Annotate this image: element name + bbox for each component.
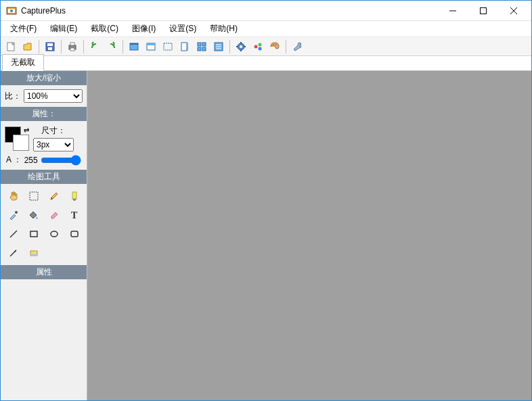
svg-line-44 bbox=[10, 231, 17, 237]
svg-rect-4 bbox=[480, 7, 486, 14]
select-tool[interactable] bbox=[25, 188, 43, 204]
app-window: CapturePlus 文件(F) 编辑(E) 截取(C) 图像(I) 设置(S… bbox=[0, 0, 532, 401]
svg-point-42 bbox=[15, 211, 18, 214]
sidebar: 放大/缩小 比： 100% 属性： ⇄ 尺寸： 3px bbox=[1, 71, 87, 400]
svg-point-2 bbox=[10, 9, 13, 12]
maximize-button[interactable] bbox=[468, 1, 498, 20]
palette-button[interactable] bbox=[267, 39, 282, 54]
svg-rect-22 bbox=[202, 43, 206, 46]
zoom-select[interactable]: 100% bbox=[24, 89, 83, 103]
separator bbox=[286, 40, 286, 53]
separator bbox=[61, 40, 62, 53]
menu-help[interactable]: 帮助(H) bbox=[203, 21, 244, 37]
svg-rect-41 bbox=[72, 192, 76, 199]
svg-rect-18 bbox=[164, 43, 172, 50]
capture-fullscreen-button[interactable] bbox=[127, 39, 141, 54]
svg-point-38 bbox=[273, 44, 274, 45]
text-tool[interactable]: T bbox=[66, 207, 83, 223]
wrench-button[interactable] bbox=[290, 39, 305, 54]
toolbar bbox=[1, 37, 531, 56]
rounded-rect-tool[interactable] bbox=[66, 226, 83, 242]
undo-button[interactable] bbox=[87, 39, 102, 54]
app-icon bbox=[6, 5, 17, 16]
separator bbox=[83, 40, 84, 53]
canvas-area[interactable] bbox=[87, 71, 531, 400]
menubar: 文件(F) 编辑(E) 截取(C) 图像(I) 设置(S) 帮助(H) bbox=[1, 21, 531, 37]
settings-button[interactable] bbox=[234, 39, 248, 54]
open-button[interactable] bbox=[20, 39, 35, 54]
zoom-header: 放大/缩小 bbox=[1, 71, 87, 85]
svg-rect-45 bbox=[30, 231, 37, 237]
eraser-tool[interactable] bbox=[45, 207, 63, 223]
zoom-label: 比： bbox=[5, 91, 21, 102]
new-button[interactable] bbox=[3, 39, 18, 54]
drawtools-header: 绘图工具 bbox=[1, 170, 87, 184]
tool-grid: T bbox=[1, 184, 87, 265]
window-title: CapturePlus bbox=[21, 6, 437, 16]
svg-text:T: T bbox=[71, 210, 78, 220]
ellipse-tool[interactable] bbox=[45, 226, 63, 242]
capture-menu-button[interactable] bbox=[211, 39, 226, 54]
svg-rect-19 bbox=[181, 43, 187, 51]
fill-tool[interactable] bbox=[25, 207, 43, 223]
size-label: 尺寸： bbox=[41, 125, 66, 137]
svg-rect-17 bbox=[147, 43, 155, 45]
svg-rect-15 bbox=[130, 43, 138, 45]
minimize-button[interactable] bbox=[437, 1, 468, 20]
alpha-label: A ： bbox=[6, 154, 22, 166]
titlebar: CapturePlus bbox=[1, 1, 531, 21]
svg-rect-40 bbox=[30, 192, 38, 200]
tabbar: 无截取 bbox=[1, 56, 531, 71]
eyedropper-tool[interactable] bbox=[5, 207, 22, 223]
menu-image[interactable]: 图像(I) bbox=[125, 21, 162, 37]
alpha-slider[interactable] bbox=[41, 155, 81, 166]
properties2-header: 属性 bbox=[1, 265, 87, 279]
svg-point-30 bbox=[240, 45, 242, 48]
share-button[interactable] bbox=[250, 39, 265, 54]
menu-edit[interactable]: 编辑(E) bbox=[43, 21, 84, 37]
svg-point-36 bbox=[259, 43, 262, 46]
svg-rect-13 bbox=[70, 48, 74, 51]
menu-capture[interactable]: 截取(C) bbox=[84, 21, 125, 37]
svg-rect-20 bbox=[187, 43, 188, 51]
separator bbox=[229, 40, 230, 53]
save-button[interactable] bbox=[43, 39, 58, 54]
svg-rect-50 bbox=[30, 254, 37, 256]
swap-colors-icon[interactable]: ⇄ bbox=[24, 126, 29, 134]
svg-rect-10 bbox=[48, 47, 52, 50]
tab-no-capture[interactable]: 无截取 bbox=[2, 54, 44, 71]
size-select[interactable]: 3px bbox=[33, 138, 74, 151]
properties-header: 属性： bbox=[1, 107, 87, 121]
rectangle-tool[interactable] bbox=[25, 226, 43, 242]
svg-rect-9 bbox=[47, 43, 53, 46]
stamp-tool[interactable] bbox=[25, 245, 43, 261]
svg-rect-23 bbox=[198, 47, 201, 51]
menu-file[interactable]: 文件(F) bbox=[3, 21, 43, 37]
hand-tool[interactable] bbox=[5, 188, 22, 204]
line-tool[interactable] bbox=[5, 226, 22, 242]
capture-window-button[interactable] bbox=[143, 39, 158, 54]
highlighter-tool[interactable] bbox=[66, 188, 83, 204]
svg-rect-12 bbox=[70, 43, 74, 45]
redo-button[interactable] bbox=[104, 39, 119, 54]
workarea: 放大/缩小 比： 100% 属性： ⇄ 尺寸： 3px bbox=[1, 71, 531, 400]
print-button[interactable] bbox=[65, 39, 80, 54]
svg-point-35 bbox=[254, 45, 258, 48]
svg-rect-24 bbox=[202, 47, 206, 51]
arrow-tool[interactable] bbox=[5, 245, 22, 261]
capture-region-button[interactable] bbox=[160, 39, 175, 54]
svg-rect-47 bbox=[71, 231, 78, 237]
menu-settings[interactable]: 设置(S) bbox=[162, 21, 203, 37]
close-button[interactable] bbox=[498, 1, 529, 20]
svg-point-46 bbox=[51, 231, 58, 237]
alpha-value: 255 bbox=[24, 156, 38, 165]
color-swatches: ⇄ bbox=[5, 126, 29, 151]
svg-point-37 bbox=[259, 47, 262, 50]
separator bbox=[123, 40, 123, 53]
pencil-tool[interactable] bbox=[45, 188, 63, 204]
capture-fixed-button[interactable] bbox=[194, 39, 209, 54]
background-color-swatch[interactable] bbox=[13, 135, 29, 151]
svg-rect-21 bbox=[198, 43, 201, 46]
capture-scroll-button[interactable] bbox=[177, 39, 192, 54]
separator bbox=[39, 40, 39, 53]
